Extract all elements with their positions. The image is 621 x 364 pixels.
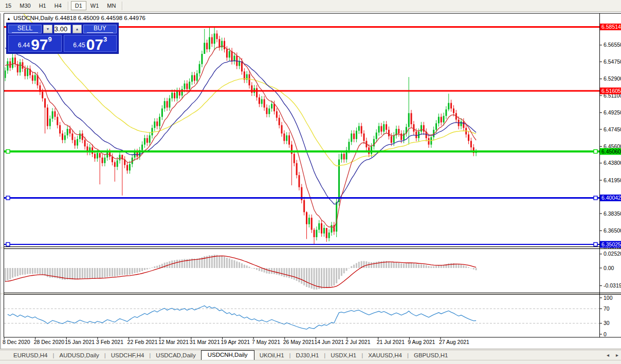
- macd-histogram-bar: [373, 262, 375, 268]
- status-strip: [0, 360, 621, 364]
- candle-body: [393, 136, 395, 143]
- sell-price-display[interactable]: 6.44 97 9: [8, 35, 62, 52]
- candle-body: [463, 122, 464, 128]
- chart-tab-gbpusd-h1[interactable]: GBPUSD,H1: [409, 351, 453, 360]
- candle-body: [318, 223, 320, 230]
- candle-body: [468, 135, 469, 141]
- macd-histogram-bar: [221, 256, 223, 268]
- one-click-trade-panel: SELL ▼ 3.00 ▲ BUY 6.44 97 9 6.45 07 3: [6, 23, 119, 54]
- collapse-panel-icon[interactable]: ▲: [7, 16, 11, 21]
- candle-body: [186, 84, 188, 89]
- chart-tab-usdcad-daily[interactable]: USDCAD,Daily: [151, 351, 200, 360]
- chart-tab-usdx-h1[interactable]: USDX,H1: [325, 351, 361, 360]
- candle-body: [256, 88, 258, 98]
- macd-histogram-bar: [134, 268, 136, 273]
- trading-terminal-window: 15M30H1H4D1W1MN MACD(12,26,9) -0.006882 …: [0, 0, 621, 364]
- macd-histogram-bar: [341, 268, 342, 276]
- panel-splitter[interactable]: [0, 247, 621, 249]
- candle-body: [47, 108, 48, 126]
- candle-body: [204, 43, 205, 54]
- macd-histogram-bar: [159, 265, 160, 268]
- chart-tab-usdchf-h4[interactable]: USDCHF,H4: [106, 351, 150, 360]
- timeframe-button-15[interactable]: 15: [1, 1, 15, 10]
- price-chart-canvas[interactable]: MACD(12,26,9) -0.006882 -0.002229 RSI(14…: [0, 0, 621, 364]
- rsi-axis-label: 0: [604, 331, 607, 337]
- chart-tab-usdcnh-daily[interactable]: USDCNH,Daily: [201, 350, 254, 360]
- sell-button[interactable]: SELL: [8, 25, 42, 33]
- macd-histogram-bar: [366, 261, 367, 268]
- candle-body: [224, 41, 225, 49]
- candle-body: [279, 118, 280, 125]
- candle-body: [226, 49, 228, 58]
- macd-histogram-bar: [261, 268, 263, 272]
- macd-axis-label: 0.025209: [604, 251, 621, 257]
- price-tick-label: 6.56550: [604, 42, 621, 48]
- candle-body: [445, 109, 447, 116]
- current-level-line-right-handle[interactable]: [594, 150, 597, 154]
- timeframe-button-M30[interactable]: M30: [15, 1, 34, 10]
- volume-increase-button[interactable]: ▲: [72, 25, 82, 33]
- candle-body: [276, 111, 278, 118]
- candle-body: [273, 104, 275, 111]
- macd-histogram-bar: [194, 259, 195, 268]
- chart-tab-eurusd-h4[interactable]: EURUSD,H4: [8, 351, 52, 360]
- macd-histogram-bar: [296, 268, 298, 281]
- candle-body: [450, 103, 452, 109]
- candle-body: [428, 138, 429, 145]
- date-tick-label: 22 Feb 2021: [127, 339, 158, 345]
- candle-body: [413, 124, 414, 131]
- macd-histogram-bar: [406, 263, 407, 268]
- timeframe-button-H1[interactable]: H1: [35, 1, 50, 10]
- candle-body: [361, 126, 362, 133]
- macd-histogram-bar: [102, 268, 103, 278]
- timeframe-button-H4[interactable]: H4: [50, 1, 66, 10]
- candle-body: [149, 136, 151, 143]
- support-line-2-left-handle[interactable]: [6, 242, 10, 246]
- chart-tab-ukoil-h1[interactable]: UKOil,H1: [254, 351, 289, 360]
- timeframe-button-D1[interactable]: D1: [71, 1, 86, 10]
- timeframe-button-MN[interactable]: MN: [103, 1, 120, 10]
- volume-decrease-button[interactable]: ▼: [43, 25, 52, 33]
- timeframe-toolbar: 15M30H1H4D1W1MN: [0, 0, 621, 12]
- candle-body: [264, 99, 265, 107]
- macd-histogram-bar: [71, 268, 73, 279]
- macd-histogram-bar: [39, 268, 41, 274]
- candle-body: [435, 123, 437, 130]
- candle-body: [147, 138, 148, 143]
- macd-histogram-bar: [388, 261, 390, 268]
- chart-tab-audusd-daily[interactable]: AUDUSD,Daily: [54, 351, 104, 360]
- candle-body: [470, 141, 472, 147]
- candle-body: [119, 155, 120, 160]
- macd-histogram-bar: [286, 268, 287, 277]
- timeframe-button-W1[interactable]: W1: [86, 1, 103, 10]
- tab-scroll-left-icon[interactable]: ◂: [607, 353, 609, 358]
- macd-histogram-bar: [438, 265, 440, 268]
- sell-button-label: SELL: [17, 25, 32, 31]
- macd-histogram-bar: [69, 268, 71, 279]
- tab-scroll-right-icon[interactable]: ▸: [616, 353, 618, 358]
- buy-price-display[interactable]: 6.45 07 3: [64, 35, 117, 52]
- candle-body: [44, 99, 46, 108]
- macd-histogram-bar: [403, 263, 405, 268]
- chart-symbol-label: USDCNH,Daily: [13, 15, 53, 21]
- chart-tab-xauusd-h4[interactable]: XAUUSD,H4: [363, 351, 407, 360]
- macd-histogram-bar: [236, 261, 238, 268]
- macd-histogram-bar: [363, 261, 364, 268]
- support-line-1-right-handle[interactable]: [594, 196, 597, 200]
- macd-histogram-bar: [104, 268, 105, 278]
- date-tick-label: 3 Feb 2021: [96, 339, 123, 345]
- price-badge-label: 6.51605: [601, 88, 621, 94]
- candle-body: [206, 43, 208, 49]
- support-line-1-left-handle[interactable]: [6, 196, 10, 200]
- candle-body: [398, 129, 399, 133]
- price-tick-label: 6.54750: [604, 59, 621, 65]
- rsi-axis-label: 30: [604, 320, 610, 326]
- current-level-line-left-handle[interactable]: [6, 150, 10, 154]
- volume-input[interactable]: 3.00: [54, 25, 71, 33]
- candle-body: [181, 89, 183, 95]
- chart-tab-dj30-h1[interactable]: DJ30,H1: [291, 351, 324, 360]
- candle-body: [74, 140, 76, 146]
- candle-body: [57, 117, 58, 125]
- support-line-2-right-handle[interactable]: [594, 242, 597, 246]
- buy-button[interactable]: BUY: [83, 25, 117, 33]
